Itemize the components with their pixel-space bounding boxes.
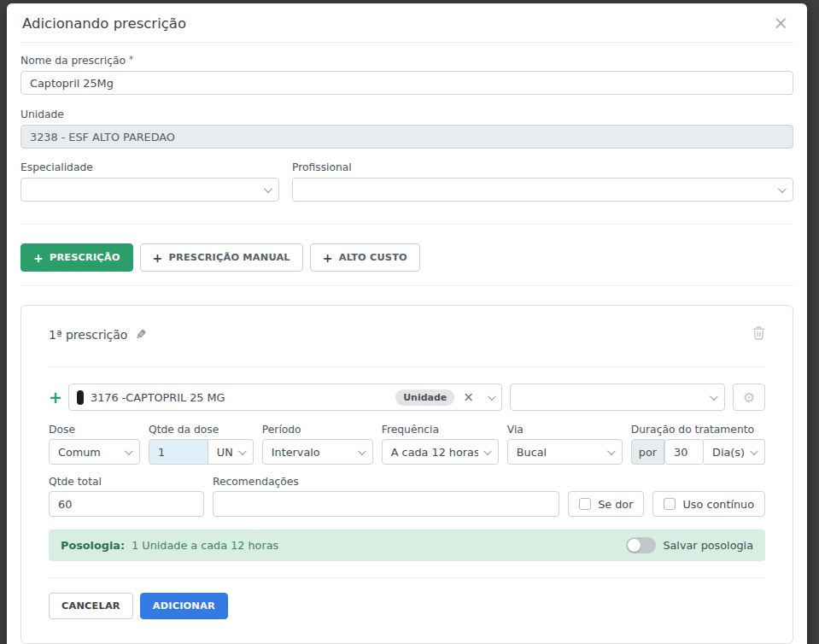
chevron-down-icon bbox=[264, 184, 272, 193]
plus-icon: + bbox=[323, 251, 333, 265]
qtde-total-input[interactable] bbox=[49, 491, 204, 517]
recomendacoes-field-group: Recomendações bbox=[213, 476, 559, 517]
checkbox-icon bbox=[579, 498, 591, 510]
medication-select[interactable]: 3176 -CAPTOPRIL 25 MG Unidade × bbox=[68, 383, 502, 411]
dose-unit-select[interactable]: UN bbox=[208, 439, 254, 465]
via-field-group: Via Bucal bbox=[507, 424, 623, 465]
medication-secondary-select[interactable] bbox=[510, 383, 725, 411]
posologia-text: Posologia: 1 Unidade a cada 12 horas bbox=[61, 539, 278, 552]
unit-badge: Unidade bbox=[395, 389, 454, 406]
frequencia-select[interactable]: A cada 12 horas bbox=[382, 439, 499, 465]
medication-row: + 3176 -CAPTOPRIL 25 MG Unidade × ⚙ bbox=[49, 383, 765, 411]
divider bbox=[49, 577, 765, 578]
capsule-icon bbox=[77, 390, 84, 405]
posologia-bar: Posologia: 1 Unidade a cada 12 horas Sal… bbox=[49, 530, 765, 561]
se-dor-checkbox[interactable]: Se dor bbox=[568, 491, 644, 517]
totals-row: Qtde total Recomendações Se dor Uso cont… bbox=[49, 476, 765, 517]
duracao-unit-select[interactable]: Dia(s) bbox=[704, 439, 765, 465]
unidade-input bbox=[20, 125, 793, 149]
trash-icon[interactable] bbox=[752, 326, 765, 343]
chevron-down-icon bbox=[778, 184, 787, 193]
add-prescription-modal: Adicionando prescrição × Nome da prescri… bbox=[7, 3, 807, 644]
add-alto-custo-button[interactable]: + ALTO CUSTO bbox=[310, 243, 420, 272]
toggle-knob bbox=[628, 539, 641, 552]
periodo-field-group: Período Intervalo bbox=[262, 424, 373, 465]
recomendacoes-input[interactable] bbox=[213, 491, 559, 517]
cancel-button[interactable]: CANCELAR bbox=[49, 593, 133, 619]
qtde-dose-input[interactable] bbox=[149, 439, 208, 465]
nome-input[interactable] bbox=[20, 71, 793, 95]
chevron-down-icon bbox=[488, 392, 496, 401]
duracao-field-group: Duração do tratamento por Dia(s) bbox=[631, 424, 765, 465]
required-asterisk: * bbox=[129, 55, 133, 64]
chevron-down-icon bbox=[607, 447, 616, 455]
plus-icon: + bbox=[33, 251, 44, 265]
duracao-prefix: por bbox=[631, 439, 664, 465]
qtde-total-field-group: Qtde total bbox=[49, 476, 204, 517]
duracao-input[interactable] bbox=[664, 439, 704, 465]
divider bbox=[20, 285, 793, 286]
chevron-down-icon bbox=[238, 447, 247, 455]
especialidade-field-group: Especialidade bbox=[20, 161, 279, 202]
card-footer: CANCELAR ADICIONAR bbox=[49, 593, 765, 619]
prescription-type-toolbar: + PRESCRIÇÃO + PRESCRIÇÃO MANUAL + ALTO … bbox=[20, 243, 793, 272]
modal-title: Adicionando prescrição bbox=[22, 15, 186, 32]
chevron-down-icon bbox=[750, 447, 758, 455]
frequencia-field-group: Frequência A cada 12 horas bbox=[382, 424, 499, 465]
periodo-select[interactable]: Intervalo bbox=[262, 439, 373, 465]
checkbox-icon bbox=[664, 498, 676, 510]
especialidade-label: Especialidade bbox=[20, 161, 279, 173]
card-header: 1ª prescrição ✎ bbox=[49, 306, 765, 343]
toggle-switch[interactable] bbox=[626, 537, 656, 553]
add-prescricao-button[interactable]: + PRESCRIÇÃO bbox=[20, 243, 133, 272]
unidade-label: Unidade bbox=[20, 108, 793, 120]
dose-field-group: Dose Comum bbox=[49, 424, 140, 465]
salvar-posologia-toggle-group: Salvar posologia bbox=[626, 537, 753, 553]
nome-field-group: Nome da prescrição * bbox=[20, 55, 793, 95]
chevron-down-icon bbox=[710, 392, 718, 401]
add-medication-icon[interactable]: + bbox=[49, 388, 61, 407]
edit-pencil-icon[interactable]: ✎ bbox=[136, 327, 147, 342]
dosage-fields-row: Dose Comum Qtde da dose UN Período bbox=[49, 424, 765, 465]
chevron-down-icon bbox=[483, 447, 492, 455]
via-select[interactable]: Bucal bbox=[507, 439, 623, 465]
selects-row: Especialidade Profissional bbox=[20, 161, 793, 202]
divider bbox=[49, 366, 765, 367]
divider bbox=[20, 224, 793, 225]
dose-select[interactable]: Comum bbox=[49, 439, 140, 465]
add-prescricao-manual-button[interactable]: + PRESCRIÇÃO MANUAL bbox=[140, 243, 303, 272]
card-title: 1ª prescrição ✎ bbox=[49, 327, 147, 342]
add-button[interactable]: ADICIONAR bbox=[140, 593, 228, 619]
chevron-down-icon bbox=[358, 447, 366, 455]
gear-icon[interactable]: ⚙ bbox=[733, 383, 765, 411]
qtde-dose-field-group: Qtde da dose UN bbox=[149, 424, 254, 465]
prescription-card: 1ª prescrição ✎ + 3176 -CAPTOPRIL 25 MG … bbox=[20, 305, 793, 644]
plus-icon: + bbox=[153, 251, 163, 265]
nome-label: Nome da prescrição * bbox=[20, 55, 793, 67]
profissional-select[interactable] bbox=[292, 178, 793, 202]
profissional-label: Profissional bbox=[292, 161, 793, 173]
modal-header: Adicionando prescrição × bbox=[20, 3, 793, 43]
chevron-down-icon bbox=[125, 447, 133, 455]
especialidade-select[interactable] bbox=[20, 178, 279, 202]
profissional-field-group: Profissional bbox=[292, 161, 793, 202]
clear-icon[interactable]: × bbox=[461, 389, 476, 405]
unidade-field-group: Unidade bbox=[20, 108, 793, 149]
close-icon[interactable]: × bbox=[769, 15, 792, 32]
uso-continuo-checkbox[interactable]: Uso contínuo bbox=[652, 491, 765, 517]
